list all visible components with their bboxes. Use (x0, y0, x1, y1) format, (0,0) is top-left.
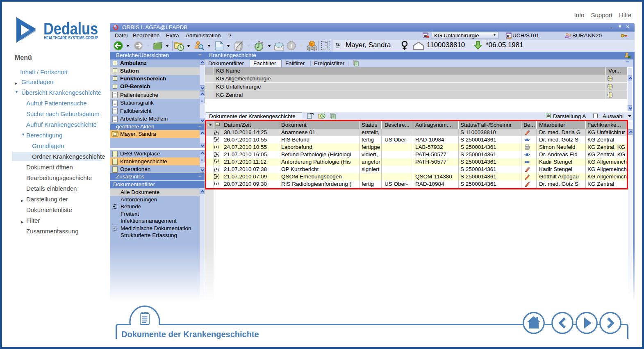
svg-text:HEALTHCARE SYSTEMS GROUP: HEALTHCARE SYSTEMS GROUP (44, 36, 98, 40)
svg-text:Dedalus: Dedalus (43, 20, 98, 38)
